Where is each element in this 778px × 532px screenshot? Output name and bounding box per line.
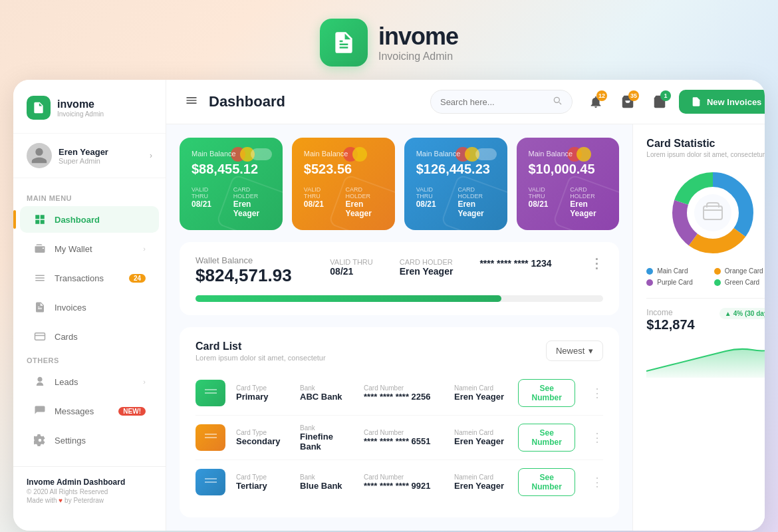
sidebar-item-leads[interactable]: Leads › [20, 368, 159, 395]
see-number-btn-2[interactable]: See Number [518, 468, 575, 496]
sidebar-brand: invome Invoicing Admin [13, 96, 166, 133]
bag-badge: 1 [660, 90, 671, 101]
sidebar-item-label-transactions: Transactions [55, 273, 121, 283]
wallet-valid-label: VALID THRU [330, 258, 372, 266]
user-info: Eren Yeager Super Admin [59, 147, 143, 165]
card-name-col-0: Namein Card Eren Yeager [454, 384, 507, 402]
wallet-card-number: **** **** **** 1234 [479, 258, 551, 269]
card-bank-col-2: Bank Blue Bank [300, 473, 353, 491]
card-more-btn-1[interactable]: ⋮ [591, 430, 603, 445]
sidebar-item-label-dashboard: Dashboard [55, 215, 146, 225]
card-list-subtitle: Lorem ipsum dolor sit amet, consectetur [195, 354, 326, 362]
wallet-holder-value: Eren Yeager [400, 266, 454, 277]
sidebar-item-label-cards: Cards [55, 332, 146, 342]
card-more-btn-0[interactable]: ⋮ [591, 386, 603, 400]
wallet-chevron-icon: › [143, 245, 146, 253]
card-statistic-subtitle: Lorem ipsum dolor sit amet, consectetur [646, 151, 765, 158]
filter-chevron-icon: ▾ [588, 346, 593, 356]
income-section: Income $12,874 ▲ 4% (30 days) [646, 298, 765, 380]
svg-point-5 [694, 194, 731, 231]
card-thumb-2 [195, 469, 225, 495]
balance-card-purple: Main Balance $10,000.45 VALID THRU 08/21… [517, 138, 620, 230]
wallet-more-btn[interactable]: ⋮ [590, 255, 603, 271]
card-bank-col-0: Bank ABC Bank [300, 384, 353, 402]
card-amount-2: $126,445.23 [416, 162, 495, 177]
avatar [27, 143, 52, 168]
see-number-btn-0[interactable]: See Number [518, 379, 575, 407]
legend-purple-card: Purple Card [646, 279, 712, 286]
top-branding: invome Invoicing Admin [320, 0, 458, 80]
header: Dashboard 12 35 1 [166, 80, 765, 124]
brand-logo [320, 19, 368, 66]
income-header: Income $12,874 ▲ 4% (30 days) [646, 308, 765, 332]
sidebar-item-wallet[interactable]: My Wallet › [20, 235, 159, 262]
sidebar-item-dashboard[interactable]: Dashboard [20, 206, 159, 233]
card-type-col-1: Card Type Secondary [236, 429, 289, 446]
wallet-title: Wallet Balance [195, 255, 292, 265]
card-bank-col-1: Bank Finefine Bank [300, 424, 353, 452]
card-more-btn-2[interactable]: ⋮ [591, 475, 603, 489]
card-list-section: Card List Lorem ipsum dolor sit amet, co… [180, 327, 619, 517]
sidebar-item-messages[interactable]: Messages NEW! [20, 398, 159, 424]
sidebar-item-settings[interactable]: Settings [20, 427, 159, 454]
card-thumb-0 [195, 380, 225, 406]
card-statistic-title: Card Statistic [646, 138, 765, 150]
progress-fill [195, 295, 501, 302]
filter-label: Newest [556, 346, 584, 356]
sidebar: invome Invoicing Admin Eren Yeager Super… [13, 80, 166, 531]
cards-icon [33, 330, 47, 343]
wallet-holder-label: CARD HOLDER [400, 258, 454, 266]
sidebar-item-label-settings: Settings [55, 436, 146, 446]
legend-green-card: Green Card [714, 279, 765, 286]
sidebar-item-label-wallet: My Wallet [55, 244, 135, 254]
wallet-progress [195, 295, 603, 302]
messages-icon [33, 404, 47, 418]
sidebar-brand-name: invome [57, 98, 104, 110]
sidebar-user[interactable]: Eren Yeager Super Admin › [13, 133, 166, 178]
content-right: Card Statistic Lorem ipsum dolor sit ame… [632, 124, 765, 531]
card-number-col-1: Card Number **** **** **** 6551 [364, 429, 444, 446]
balance-card-blue: Main Balance $126,445.23 VALID THRU 08/2… [404, 138, 507, 230]
notification-badge: 12 [596, 90, 607, 101]
card-label-0: Main Balance [192, 150, 271, 158]
wallet-section: Wallet Balance $824,571.93 VALID THRU 08… [180, 242, 619, 315]
card-statistic-section: Card Statistic Lorem ipsum dolor sit ame… [646, 138, 765, 286]
sidebar-brand-tagline: Invoicing Admin [57, 110, 104, 118]
sidebar-footer: Invome Admin Dashboard © 2020 All Rights… [13, 466, 166, 515]
main-menu-label: Main Menu [13, 189, 166, 205]
menu-icon[interactable] [185, 94, 198, 110]
others-label: Others [13, 351, 166, 367]
card-number-col-0: Card Number **** **** **** 2256 [364, 384, 444, 402]
sidebar-item-label-invoices: Invoices [55, 303, 146, 313]
income-amount: $12,874 [646, 317, 694, 332]
search-input[interactable] [440, 97, 547, 107]
card-name-col-1: Namein Card Eren Yeager [454, 429, 507, 446]
footer-copy: © 2020 All Rights Reserved [27, 488, 152, 495]
card-amount-1: $523.56 [304, 162, 383, 177]
user-role: Super Admin [59, 157, 143, 165]
card-thumb-1 [195, 424, 225, 451]
cart-btn[interactable]: 35 [615, 89, 640, 114]
balance-card-orange: Main Balance $523.56 VALID THRU 08/21 CA… [292, 138, 395, 230]
content-left: Main Balance $88,455.12 VALID THRU 08/21… [166, 124, 632, 531]
svg-rect-0 [35, 333, 45, 340]
bag-btn[interactable]: 1 [647, 89, 672, 114]
sidebar-item-transactions[interactable]: Transactions 24 [20, 265, 159, 291]
settings-icon [33, 434, 47, 447]
brand-name: invome [378, 23, 458, 51]
user-chevron-icon: › [150, 151, 152, 160]
filter-button[interactable]: Newest ▾ [546, 340, 603, 361]
sidebar-item-invoices[interactable]: Invoices [20, 294, 159, 321]
sidebar-item-cards[interactable]: Cards [20, 323, 159, 350]
notification-btn[interactable]: 12 [583, 89, 608, 114]
card-label-3: Main Balance [529, 150, 608, 158]
sidebar-item-label-leads: Leads [55, 377, 135, 387]
active-indicator [13, 210, 16, 229]
new-invoice-button[interactable]: New Invoices [679, 90, 765, 114]
balance-cards-row: Main Balance $88,455.12 VALID THRU 08/21… [180, 138, 619, 230]
see-number-btn-1[interactable]: See Number [518, 424, 575, 452]
transactions-badge: 24 [129, 274, 146, 283]
legend-main-card: Main Card [646, 267, 712, 275]
cart-badge: 35 [628, 90, 639, 101]
card-number-col-2: Card Number **** **** **** 9921 [364, 473, 444, 491]
